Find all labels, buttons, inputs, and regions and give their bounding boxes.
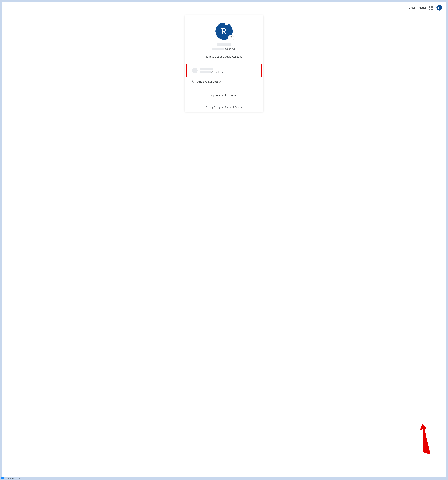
email-suffix: @cca.edu bbox=[224, 48, 236, 50]
manage-account-button[interactable]: Manage your Google Account bbox=[203, 54, 245, 60]
svg-marker-5 bbox=[420, 424, 430, 454]
add-account-row[interactable]: Add another account bbox=[185, 77, 263, 88]
account-avatar-small[interactable]: R bbox=[436, 5, 442, 11]
secondary-email-suffix: @gmail.com bbox=[211, 71, 224, 73]
annotation-arrow bbox=[418, 424, 433, 455]
add-person-icon bbox=[191, 80, 195, 84]
secondary-account-text: @gmail.com bbox=[200, 68, 224, 74]
watermark-text: TEMPLATE.NET bbox=[4, 477, 20, 479]
redacted-secondary-name bbox=[200, 68, 213, 70]
images-link[interactable]: Images bbox=[418, 6, 427, 9]
watermark: T TEMPLATE.NET bbox=[1, 477, 20, 480]
account-email: @cca.edu bbox=[188, 48, 260, 50]
camera-icon bbox=[230, 36, 232, 39]
avatar-notch bbox=[225, 22, 229, 25]
avatar-container: R bbox=[215, 22, 233, 40]
watermark-badge: T bbox=[1, 477, 4, 480]
annotation-highlight-box: @gmail.com bbox=[186, 64, 262, 77]
change-photo-button[interactable] bbox=[228, 35, 234, 41]
gmail-link[interactable]: Gmail bbox=[409, 6, 415, 9]
terms-of-service-link[interactable]: Terms of Service bbox=[225, 106, 243, 109]
dot-separator: • bbox=[222, 106, 223, 109]
sign-out-all-button[interactable]: Sign out of all accounts bbox=[206, 92, 242, 99]
svg-point-1 bbox=[231, 37, 231, 38]
account-popover: R @cca.edu Manage your Google Account bbox=[185, 15, 263, 112]
page-frame: Gmail Images R R bbox=[2, 2, 446, 477]
privacy-policy-link[interactable]: Privacy Policy bbox=[205, 106, 220, 109]
top-bar: Gmail Images R bbox=[5, 5, 443, 11]
apps-grid-icon[interactable] bbox=[429, 6, 433, 10]
signout-section: Sign out of all accounts bbox=[185, 88, 263, 103]
secondary-account-row[interactable]: @gmail.com bbox=[187, 64, 261, 77]
popover-footer: Privacy Policy • Terms of Service bbox=[185, 103, 263, 112]
secondary-account-email: @gmail.com bbox=[200, 71, 224, 74]
account-name bbox=[188, 43, 260, 46]
add-account-label: Add another account bbox=[197, 80, 222, 83]
secondary-account-avatar bbox=[192, 68, 197, 73]
redacted-name bbox=[217, 43, 231, 46]
svg-point-2 bbox=[192, 80, 193, 82]
redacted-secondary-email-prefix bbox=[200, 71, 211, 73]
redacted-email-prefix bbox=[212, 48, 224, 50]
avatar-initial: R bbox=[221, 26, 227, 36]
profile-section: R @cca.edu Manage your Google Account bbox=[185, 15, 263, 64]
